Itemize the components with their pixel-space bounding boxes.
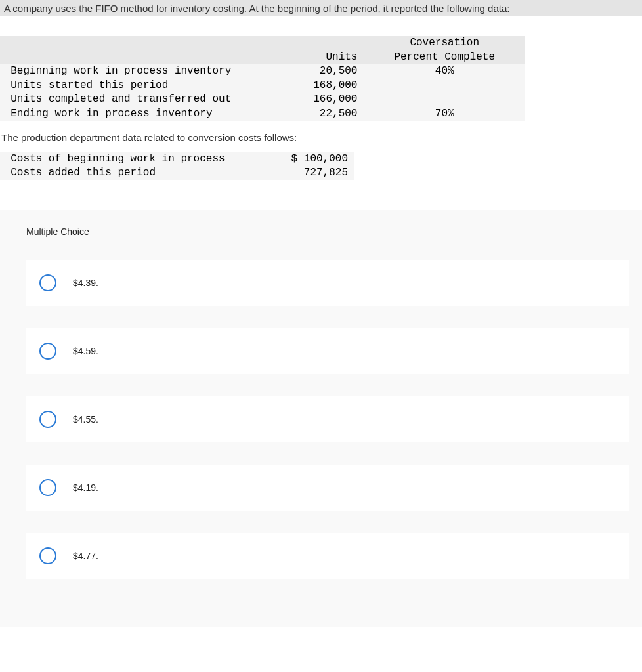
option-row[interactable]: $4.59. (26, 328, 629, 374)
option-label: $4.39. (73, 278, 98, 288)
option-label: $4.77. (73, 551, 98, 561)
table1-row: Units started this period 168,000 (0, 79, 525, 93)
option-row[interactable]: $4.19. (26, 465, 629, 511)
table1-row: Units completed and transferred out 166,… (0, 93, 525, 107)
mid-text: The production department data related t… (1, 132, 642, 143)
table1-col-pct: Percent Complete (364, 51, 525, 65)
multiple-choice-container: Multiple Choice $4.39. $4.59. $4.55. $4.… (0, 210, 642, 627)
question-header: A company uses the FIFO method for inven… (0, 0, 642, 16)
option-row[interactable]: $4.39. (26, 260, 629, 306)
radio-icon[interactable] (39, 343, 56, 360)
content-area: Coversation Units Percent Complete Begin… (0, 36, 642, 627)
radio-icon[interactable] (39, 411, 56, 428)
table1-header-top: Coversation (364, 36, 525, 51)
table1-cell-label: Beginning work in process inventory (8, 64, 276, 79)
table1-cell-pct (364, 79, 525, 93)
radio-icon[interactable] (39, 274, 56, 291)
option-label: $4.59. (73, 346, 98, 356)
radio-icon[interactable] (39, 479, 56, 496)
table1-cell-units: 20,500 (276, 64, 364, 79)
table1-cell-pct: 70% (364, 107, 525, 121)
table1-row: Beginning work in process inventory 20,5… (0, 64, 525, 79)
option-label: $4.19. (73, 482, 98, 493)
option-label: $4.55. (73, 414, 98, 425)
data-table-2: Costs of beginning work in process $ 100… (0, 152, 354, 180)
table1-row: Ending work in process inventory 22,500 … (0, 107, 525, 121)
multiple-choice-header: Multiple Choice (26, 226, 629, 237)
table1-col-units: Units (276, 51, 364, 65)
table1-cell-units: 166,000 (276, 93, 364, 107)
table1-cell-units: 168,000 (276, 79, 364, 93)
table1-cell-label: Units started this period (8, 79, 276, 93)
table2-cell-value: $ 100,000 (255, 152, 354, 167)
table2-row: Costs added this period 727,825 (0, 166, 354, 180)
option-row[interactable]: $4.55. (26, 396, 629, 442)
option-row[interactable]: $4.77. (26, 533, 629, 579)
table2-row: Costs of beginning work in process $ 100… (0, 152, 354, 167)
table2-cell-label: Costs of beginning work in process (8, 152, 255, 167)
table1-cell-label: Units completed and transferred out (8, 93, 276, 107)
table2-cell-label: Costs added this period (8, 166, 255, 180)
radio-icon[interactable] (39, 547, 56, 564)
table1-cell-pct: 40% (364, 64, 525, 79)
table1-cell-units: 22,500 (276, 107, 364, 121)
table1-cell-label: Ending work in process inventory (8, 107, 276, 121)
data-table-1: Coversation Units Percent Complete Begin… (0, 36, 525, 121)
table2-cell-value: 727,825 (255, 166, 354, 180)
table1-cell-pct (364, 93, 525, 107)
